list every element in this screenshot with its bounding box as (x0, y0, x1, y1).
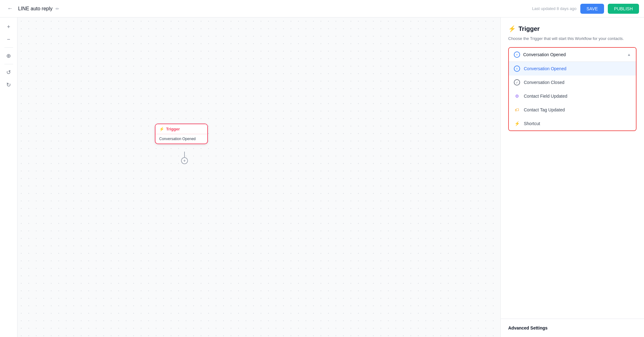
connector-line (184, 152, 185, 157)
trigger-node-title: Trigger (166, 127, 180, 131)
advanced-settings-section: Advanced Settings (501, 319, 644, 337)
option-opened-label: Conversation Opened (524, 66, 566, 71)
option-field-label: Contact Field Updated (524, 94, 567, 99)
header-left: ← LINE auto reply ✏ (5, 4, 59, 14)
panel-title-row: ⚡ Trigger (508, 25, 637, 32)
chevron-up-icon: ▲ (627, 52, 631, 57)
workflow-canvas[interactable]: › ⚡ Trigger Conversation Opened + (17, 17, 500, 337)
trigger-node-header: ⚡ Trigger (155, 124, 207, 134)
fit-view-button[interactable]: ⊕ (3, 50, 14, 61)
save-button[interactable]: SAVE (580, 4, 604, 14)
shortcut-icon-symbol: ⚡ (514, 121, 520, 126)
zoom-out-icon: − (7, 36, 10, 43)
selected-option-icon: + (514, 51, 520, 58)
header: ← LINE auto reply ✏ Last updated 8 days … (0, 0, 644, 17)
workflow-title: LINE auto reply (18, 6, 52, 12)
back-icon: ← (7, 5, 13, 12)
undo-button[interactable]: ↺ (3, 67, 14, 78)
edit-title-icon[interactable]: ✏ (56, 6, 59, 11)
last-updated-text: Last updated 8 days ago (532, 6, 576, 11)
lightning-node-icon: ⚡ (159, 127, 164, 131)
publish-button[interactable]: PUBLISH (608, 4, 639, 14)
right-panel: ⚡ Trigger Choose the Trigger that will s… (500, 17, 644, 337)
trigger-node[interactable]: ⚡ Trigger Conversation Opened (155, 124, 208, 144)
option-closed-icon: ✓ (514, 79, 520, 85)
option-closed-label: Conversation Closed (524, 80, 564, 85)
option-shortcut-icon: ⚡ (514, 120, 520, 127)
toolbar-divider-2 (4, 64, 13, 64)
trigger-node-body: Conversation Opened (155, 134, 207, 144)
option-tag-icon: 🏷 (514, 107, 520, 113)
opened-circle-icon: + (516, 53, 518, 56)
main-layout: + − ⊕ ↺ ↻ › ⚡ Trigger Conversatio (0, 17, 644, 337)
back-button[interactable]: ← (5, 4, 15, 14)
panel-content: ⚡ Trigger Choose the Trigger that will s… (501, 17, 644, 319)
option-tag-label: Contact Tag Updated (524, 107, 565, 112)
toolbar-divider (4, 47, 13, 48)
trigger-dropdown-container: + Conversation Opened ▲ + Conversation O… (508, 47, 637, 131)
option-conversation-opened[interactable]: + Conversation Opened (509, 62, 636, 76)
opened-icon-symbol: + (516, 67, 518, 71)
zoom-in-icon: + (7, 24, 10, 30)
closed-icon-symbol: ✓ (516, 81, 518, 84)
tag-icon-symbol: 🏷 (515, 107, 519, 112)
option-shortcut[interactable]: ⚡ Shortcut (509, 117, 636, 130)
option-contact-field-updated[interactable]: ⚙ Contact Field Updated (509, 89, 636, 103)
panel-title: Trigger (519, 25, 540, 32)
redo-icon: ↻ (6, 81, 11, 88)
undo-icon: ↺ (6, 69, 11, 76)
field-icon-symbol: ⚙ (515, 94, 519, 99)
add-step-button[interactable]: + (181, 157, 188, 164)
redo-button[interactable]: ↻ (3, 79, 14, 90)
panel-subtitle: Choose the Trigger that will start this … (508, 36, 637, 41)
zoom-in-button[interactable]: + (3, 21, 14, 32)
dropdown-selected-text: Conversation Opened (523, 52, 566, 57)
advanced-settings-title: Advanced Settings (508, 325, 548, 330)
option-shortcut-label: Shortcut (524, 121, 540, 126)
dropdown-options-list: + Conversation Opened ✓ Conversation Clo… (509, 62, 636, 130)
option-opened-icon: + (514, 66, 520, 72)
plus-icon: + (183, 158, 186, 163)
trigger-dropdown-selected[interactable]: + Conversation Opened ▲ (509, 48, 636, 62)
trigger-node-value: Conversation Opened (159, 137, 196, 141)
trigger-panel-icon: ⚡ (508, 25, 516, 32)
target-icon: ⊕ (6, 52, 11, 59)
option-conversation-closed[interactable]: ✓ Conversation Closed (509, 76, 636, 89)
option-contact-tag-updated[interactable]: 🏷 Contact Tag Updated (509, 103, 636, 117)
zoom-out-button[interactable]: − (3, 34, 14, 45)
header-right: Last updated 8 days ago SAVE PUBLISH (532, 4, 639, 14)
option-field-icon: ⚙ (514, 93, 520, 99)
node-connector: + (181, 152, 188, 164)
left-toolbar: + − ⊕ ↺ ↻ (0, 17, 17, 337)
dropdown-selected-left: + Conversation Opened (514, 51, 566, 58)
